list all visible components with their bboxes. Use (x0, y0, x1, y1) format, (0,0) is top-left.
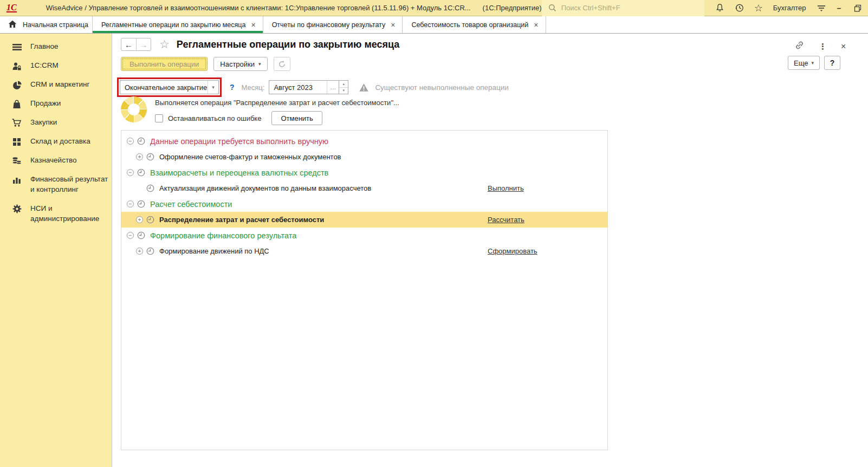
window-title: WiseAdvice / Управление торговлей и взаи… (46, 4, 471, 12)
tab-close-icon[interactable]: × (534, 22, 538, 28)
menu-lines-icon (12, 42, 22, 52)
sidebar-item[interactable]: CRM и маркетинг (0, 75, 112, 94)
operation-row[interactable]: −Взаиморасчеты и переоценка валютных сре… (121, 165, 607, 180)
expander-icon[interactable]: + (136, 153, 143, 160)
operation-row[interactable]: +Формирование движений по НДССформироват… (121, 243, 607, 259)
refresh-button[interactable] (274, 57, 290, 71)
global-search-input[interactable]: Поиск Ctrl+Shift+F (542, 0, 704, 16)
month-picker-button[interactable]: ... (327, 81, 339, 94)
scheduled-clock-icon (137, 137, 145, 145)
sidebar-item[interactable]: Главное (0, 37, 112, 56)
cart-icon (12, 118, 22, 128)
sidebar-item[interactable]: Склад и доставка (0, 132, 112, 151)
notifications-bell-icon[interactable] (715, 3, 724, 12)
sidebar-item[interactable]: НСИ и администрирование (0, 199, 112, 229)
tab-list: Регламентные операции по закрытию месяца… (93, 16, 546, 33)
search-placeholder: Поиск Ctrl+Shift+F (561, 4, 620, 12)
scheduled-clock-icon (137, 168, 145, 177)
more-button-row: Еще ▾ ? (788, 56, 840, 70)
sidebar-item-label: Склад и доставка (30, 137, 108, 147)
current-user[interactable]: Бухгалтер (773, 4, 806, 12)
sidebar-item-label: 1C:CRM (30, 61, 108, 71)
sidebar-item-label: Финансовый результат и контроллинг (30, 174, 108, 195)
operation-action-link[interactable]: Выполнить (488, 184, 524, 192)
grid-icon (12, 137, 22, 147)
home-tab[interactable]: Начальная страница (0, 16, 93, 33)
spinner-down-icon[interactable]: ▾ (339, 88, 348, 94)
operation-row[interactable]: Актуализация движений документов по данн… (121, 180, 607, 196)
tab-bar: Начальная страница Регламентные операции… (0, 16, 868, 34)
forward-button[interactable]: → (136, 38, 151, 50)
form-corner-icons: ⋮ × (794, 41, 846, 52)
month-input[interactable]: Август 2023 ... (269, 80, 339, 94)
minimize-icon[interactable]: – (837, 4, 841, 12)
expander-icon[interactable]: − (127, 169, 134, 176)
closing-type-help-icon[interactable]: ? (230, 83, 235, 92)
sidebar-item-label: Казначейство (30, 155, 108, 166)
tab-label: Себестоимость товаров организаций (411, 21, 528, 29)
expander-icon[interactable]: + (136, 216, 143, 223)
sidebar-item[interactable]: Закупки (0, 113, 112, 132)
more-button[interactable]: Еще ▾ (788, 56, 820, 70)
command-bar: Выполнить операции Настройки ▾ (121, 57, 290, 71)
personalization-icon[interactable] (817, 4, 826, 12)
history-nav-group: ← → (121, 38, 151, 51)
more-menu-dots-icon[interactable]: ⋮ (819, 42, 827, 51)
tab-close-icon[interactable]: × (391, 22, 395, 28)
annotation-highlight: Окончательное закрытие ▾ (117, 77, 222, 97)
execute-operations-button[interactable]: Выполнить операции (121, 57, 208, 71)
add-favorite-star-icon[interactable]: ☆ (159, 39, 170, 50)
scheduled-clock-icon (146, 247, 154, 255)
tab[interactable]: Регламентные операции по закрытию месяца… (93, 16, 263, 33)
history-icon[interactable] (735, 3, 744, 12)
sidebar-item[interactable]: 1C:CRM (0, 56, 112, 75)
operation-action-link[interactable]: Рассчитать (488, 216, 524, 224)
tab[interactable]: Себестоимость товаров организаций× (403, 16, 546, 33)
stop-on-error-checkbox[interactable] (155, 114, 163, 122)
favorites-star-icon[interactable]: ☆ (754, 4, 763, 12)
stop-on-error-label: Останавливаться по ошибке (168, 114, 261, 122)
tab[interactable]: Отчеты по финансовому результату× (263, 16, 403, 33)
operation-label: Распределение затрат и расчет себестоимо… (159, 216, 324, 224)
tab-close-icon[interactable]: × (251, 22, 255, 28)
expander-icon[interactable]: − (127, 200, 134, 207)
get-link-icon[interactable] (794, 41, 805, 52)
expander-icon[interactable]: − (127, 232, 134, 239)
active-tab-indicator (93, 31, 263, 33)
operation-row[interactable]: −Данные операции требуется выполнить вру… (121, 133, 607, 149)
operation-row[interactable]: +Оформление счетов-фактур и таможенных д… (121, 149, 607, 165)
chevron-down-icon[interactable]: ▾ (208, 81, 218, 94)
restore-icon[interactable] (854, 4, 861, 12)
back-button[interactable]: ← (121, 38, 136, 50)
search-icon (548, 4, 556, 12)
cancel-button[interactable]: Отменить (271, 111, 322, 125)
title-bar: 1С WiseAdvice / Управление торговлей и в… (0, 0, 868, 16)
sidebar-item[interactable]: Продажи (0, 94, 112, 113)
operation-row[interactable]: −Расчет себестоимости (121, 196, 607, 212)
closing-type-dropdown[interactable]: Окончательное закрытие ▾ (120, 80, 219, 94)
window-controls: – × (837, 3, 868, 14)
help-button[interactable]: ? (824, 56, 840, 70)
operation-action-link[interactable]: Сформировать (488, 247, 537, 255)
sidebar-item-label: Главное (30, 42, 108, 52)
sections-panel: Главное1C:CRMCRM и маркетингПродажиЗакуп… (0, 34, 112, 467)
pie-chart-icon (12, 80, 22, 90)
home-icon (8, 20, 17, 30)
operation-label: Формирование финансового результата (150, 231, 296, 240)
sidebar-item-label: НСИ и администрирование (30, 204, 108, 224)
expander-icon[interactable]: − (127, 138, 134, 145)
gear-icon (12, 204, 22, 214)
operations-list: −Данные операции требуется выполнить вру… (121, 130, 608, 450)
expander-icon[interactable]: + (136, 248, 143, 255)
progress-block: Выполняется операция "Распределение затр… (121, 96, 399, 125)
form-close-icon[interactable]: × (841, 42, 846, 51)
sidebar-item[interactable]: Финансовый результат и контроллинг (0, 170, 112, 199)
operation-row[interactable]: −Формирование финансового результата (121, 228, 607, 243)
operation-label: Формирование движений по НДС (159, 247, 269, 255)
scheduled-clock-icon (146, 184, 154, 192)
operation-row[interactable]: +Распределение затрат и расчет себестоим… (121, 212, 607, 228)
settings-button[interactable]: Настройки ▾ (213, 57, 267, 71)
operation-label: Оформление счетов-фактур и таможенных до… (159, 153, 341, 161)
sidebar-item[interactable]: Казначейство (0, 151, 112, 170)
spinner-up-icon[interactable]: ▴ (339, 81, 348, 88)
